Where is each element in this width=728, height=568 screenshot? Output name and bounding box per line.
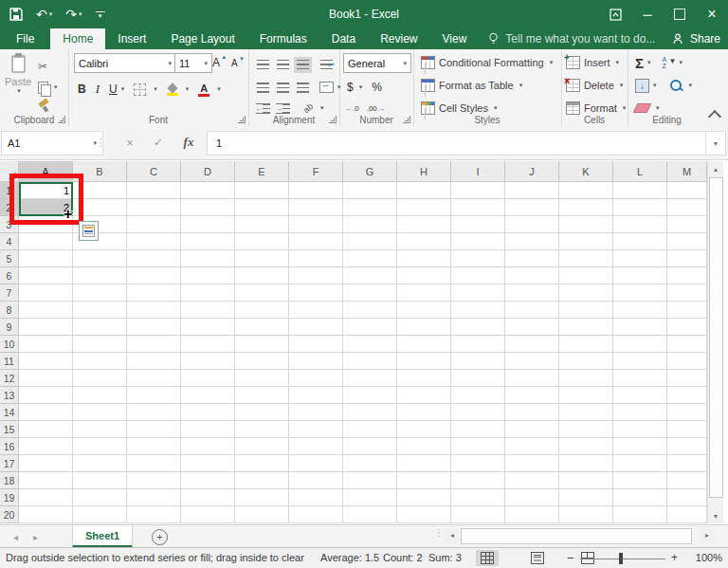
cell-L18[interactable] bbox=[613, 472, 667, 489]
bold-button[interactable]: B bbox=[78, 82, 86, 96]
cell-D14[interactable] bbox=[181, 404, 235, 421]
cell-J3[interactable] bbox=[505, 216, 559, 233]
cell-G13[interactable] bbox=[343, 387, 397, 404]
cell-C8[interactable] bbox=[127, 302, 181, 319]
save-button[interactable] bbox=[9, 8, 23, 21]
cell-C1[interactable] bbox=[127, 182, 181, 199]
cell-A13[interactable] bbox=[19, 387, 73, 404]
font-size-combobox[interactable]: 11 ▾ bbox=[174, 53, 212, 73]
redo-dropdown-icon[interactable]: ▾ bbox=[79, 10, 82, 18]
cell-H6[interactable] bbox=[397, 267, 451, 284]
redo-button[interactable]: ↷ ▾ bbox=[65, 8, 82, 21]
cell-B7[interactable] bbox=[73, 284, 127, 302]
cell-K17[interactable] bbox=[559, 455, 613, 472]
wrap-text-icon[interactable] bbox=[320, 60, 333, 70]
column-header-L[interactable]: L bbox=[613, 161, 667, 182]
clear-dropdown-icon[interactable]: ▾ bbox=[656, 104, 660, 112]
fill-dropdown-icon[interactable]: ▾ bbox=[653, 82, 657, 89]
cell-G16[interactable] bbox=[343, 438, 397, 455]
cell-I7[interactable] bbox=[451, 284, 505, 302]
grow-font-button[interactable]: A▴ bbox=[212, 53, 220, 72]
clear-icon[interactable] bbox=[633, 103, 652, 113]
fill-color-icon[interactable] bbox=[167, 83, 178, 96]
cell-M17[interactable] bbox=[667, 455, 707, 472]
center-icon[interactable] bbox=[277, 82, 289, 93]
cell-E11[interactable] bbox=[235, 353, 289, 370]
cell-G3[interactable] bbox=[343, 216, 397, 233]
tab-formulas[interactable]: Formulas bbox=[247, 28, 319, 49]
cell-K20[interactable] bbox=[559, 506, 613, 523]
cell-D10[interactable] bbox=[181, 336, 235, 353]
cell-C15[interactable] bbox=[127, 421, 181, 438]
cell-I3[interactable] bbox=[451, 216, 505, 233]
cell-B16[interactable] bbox=[73, 438, 127, 455]
shrink-font-button[interactable]: A▾ bbox=[231, 53, 238, 72]
cell-B11[interactable] bbox=[73, 353, 127, 370]
cell-L1[interactable] bbox=[613, 182, 667, 199]
cell-I17[interactable] bbox=[451, 455, 505, 472]
cell-I15[interactable] bbox=[451, 421, 505, 438]
cell-L15[interactable] bbox=[613, 421, 667, 438]
cell-L4[interactable] bbox=[613, 233, 667, 250]
cell-D7[interactable] bbox=[181, 284, 235, 302]
cell-L10[interactable] bbox=[613, 336, 667, 353]
number-format-dropdown-icon[interactable]: ▾ bbox=[403, 60, 407, 67]
scroll-up-icon[interactable]: ▴ bbox=[708, 161, 723, 176]
cell-M8[interactable] bbox=[667, 302, 707, 319]
zoom-slider-track[interactable] bbox=[580, 559, 665, 559]
cell-C18[interactable] bbox=[127, 472, 181, 489]
currency-dropdown-icon[interactable]: ▾ bbox=[359, 83, 363, 91]
cell-M10[interactable] bbox=[667, 336, 707, 353]
scroll-down-icon[interactable]: ▾ bbox=[708, 508, 723, 523]
cell-H20[interactable] bbox=[397, 506, 451, 523]
undo-button[interactable]: ↶ ▾ bbox=[36, 8, 52, 21]
delete-dropdown-icon[interactable]: ▾ bbox=[620, 82, 624, 89]
cell-F17[interactable] bbox=[289, 455, 343, 472]
cell-I4[interactable] bbox=[451, 233, 505, 250]
cell-A4[interactable] bbox=[19, 233, 73, 250]
cell-D8[interactable] bbox=[181, 302, 235, 319]
cell-M3[interactable] bbox=[667, 216, 707, 233]
top-align-icon[interactable] bbox=[257, 60, 269, 70]
cell-F7[interactable] bbox=[289, 284, 343, 302]
cell-E5[interactable] bbox=[235, 250, 289, 267]
tab-data[interactable]: Data bbox=[319, 28, 368, 49]
cell-F14[interactable] bbox=[289, 404, 343, 421]
cell-K6[interactable] bbox=[559, 267, 613, 284]
copy-dropdown-icon[interactable]: ▾ bbox=[54, 83, 58, 91]
cell-M1[interactable] bbox=[667, 182, 707, 199]
cell-E14[interactable] bbox=[235, 404, 289, 421]
cell-I5[interactable] bbox=[451, 250, 505, 267]
cell-F20[interactable] bbox=[289, 506, 343, 523]
font-color-dropdown-icon[interactable]: ▾ bbox=[217, 85, 221, 93]
underline-dropdown-icon[interactable]: ▾ bbox=[121, 85, 125, 93]
column-header-G[interactable]: G bbox=[343, 161, 397, 182]
cell-K13[interactable] bbox=[559, 387, 613, 404]
collapse-ribbon-button[interactable] bbox=[710, 112, 719, 121]
cell-K16[interactable] bbox=[559, 438, 613, 455]
horizontal-scrollbar-thumb[interactable] bbox=[461, 528, 692, 544]
cell-C6[interactable] bbox=[127, 267, 181, 284]
alignment-dialog-launcher[interactable] bbox=[329, 116, 337, 123]
cell-C9[interactable] bbox=[127, 319, 181, 336]
row-header-20[interactable]: 20 bbox=[0, 506, 19, 523]
cut-button[interactable]: ✂ bbox=[38, 57, 47, 76]
cell-D11[interactable] bbox=[181, 353, 235, 370]
row-header-13[interactable]: 13 bbox=[0, 387, 19, 404]
sheet-nav-left-icon[interactable]: ◂ bbox=[13, 532, 18, 542]
column-header-C[interactable]: C bbox=[127, 161, 181, 182]
row-header-15[interactable]: 15 bbox=[0, 421, 19, 438]
cell-D4[interactable] bbox=[181, 233, 235, 250]
cell-L12[interactable] bbox=[613, 370, 667, 387]
borders-icon[interactable] bbox=[134, 83, 146, 96]
orientation-icon[interactable]: ab bbox=[301, 101, 315, 115]
cell-K3[interactable] bbox=[559, 216, 613, 233]
cell-G8[interactable] bbox=[343, 302, 397, 319]
cell-E17[interactable] bbox=[235, 455, 289, 472]
cell-A6[interactable] bbox=[19, 267, 73, 284]
cell-J7[interactable] bbox=[505, 284, 559, 302]
cell-M16[interactable] bbox=[667, 438, 707, 455]
cell-C14[interactable] bbox=[127, 404, 181, 421]
insert-function-button[interactable]: fx bbox=[178, 131, 199, 154]
cell-G1[interactable] bbox=[343, 182, 397, 199]
